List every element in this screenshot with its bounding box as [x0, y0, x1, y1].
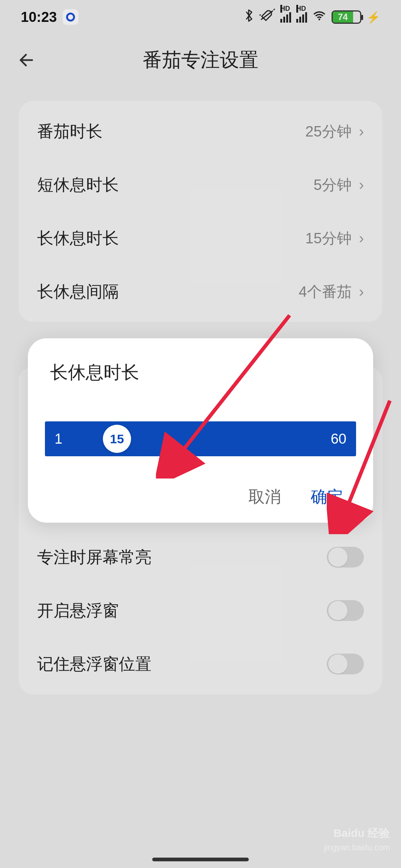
row-label: 专注时屏幕常亮 — [37, 546, 327, 568]
signal-sim1-icon: HD — [280, 11, 291, 23]
chevron-right-icon: › — [359, 177, 364, 193]
slider-min-label: 1 — [55, 431, 62, 447]
watermark-url: jingyan.baidu.com — [324, 843, 390, 852]
row-long-break-duration[interactable]: 长休息时长 15分钟 › — [19, 211, 382, 265]
watermark-brand: Baidu 经验 — [324, 826, 390, 840]
row-value: 4个番茄 — [299, 282, 351, 302]
slider-track[interactable]: 1 60 — [45, 421, 356, 456]
row-label: 记住悬浮窗位置 — [37, 653, 327, 675]
status-time: 10:23 — [21, 9, 57, 25]
row-label: 长休息时长 — [37, 227, 305, 249]
status-bar: 10:23 HD HD 74 ⚡ — [0, 0, 401, 34]
row-pomodoro-duration[interactable]: 番茄时长 25分钟 › — [19, 105, 382, 158]
row-label: 短休息时长 — [37, 174, 313, 196]
row-label: 长休息间隔 — [37, 281, 299, 303]
signal-sim2-icon: HD — [296, 11, 307, 23]
home-indicator[interactable] — [152, 858, 249, 861]
toggle-switch[interactable] — [327, 547, 364, 568]
row-value: 5分钟 — [313, 175, 351, 195]
row-remember-window-position[interactable]: 记住悬浮窗位置 — [19, 637, 382, 691]
page-title: 番茄专注设置 — [37, 47, 364, 73]
slider-max-label: 60 — [331, 431, 346, 447]
toggle-switch[interactable] — [327, 654, 364, 674]
ok-button[interactable]: 确定 — [311, 486, 343, 508]
wifi-icon — [312, 9, 326, 26]
row-long-break-interval[interactable]: 长休息间隔 4个番茄 › — [19, 265, 382, 318]
chevron-right-icon: › — [359, 230, 364, 247]
row-screen-always-on[interactable]: 专注时屏幕常亮 — [19, 530, 382, 584]
long-break-duration-dialog: 长休息时长 1 60 15 取消 确定 — [28, 338, 373, 523]
row-value: 25分钟 — [305, 121, 352, 142]
camera-indicator-icon — [63, 9, 78, 25]
chevron-right-icon: › — [359, 283, 364, 300]
dialog-title: 长休息时长 — [28, 361, 373, 384]
toggle-switch[interactable] — [327, 600, 364, 621]
cancel-button[interactable]: 取消 — [248, 486, 281, 508]
back-button[interactable] — [15, 49, 37, 71]
chevron-right-icon: › — [359, 123, 364, 140]
vibrate-icon — [260, 9, 275, 26]
duration-slider[interactable]: 1 60 15 — [45, 421, 356, 456]
watermark: Baidu 经验 jingyan.baidu.com — [324, 826, 390, 853]
title-bar: 番茄专注设置 — [0, 34, 401, 86]
battery-icon: 74 — [332, 10, 361, 24]
row-short-break-duration[interactable]: 短休息时长 5分钟 › — [19, 158, 382, 211]
row-label: 番茄时长 — [37, 121, 305, 142]
settings-group-duration: 番茄时长 25分钟 › 短休息时长 5分钟 › 长休息时长 15分钟 › 长休息… — [19, 101, 382, 322]
row-value: 15分钟 — [305, 228, 352, 249]
slider-thumb[interactable]: 15 — [103, 425, 131, 453]
charging-icon: ⚡ — [366, 11, 380, 24]
row-label: 开启悬浮窗 — [37, 600, 327, 622]
bluetooth-icon — [244, 9, 254, 26]
row-floating-window[interactable]: 开启悬浮窗 — [19, 584, 382, 637]
